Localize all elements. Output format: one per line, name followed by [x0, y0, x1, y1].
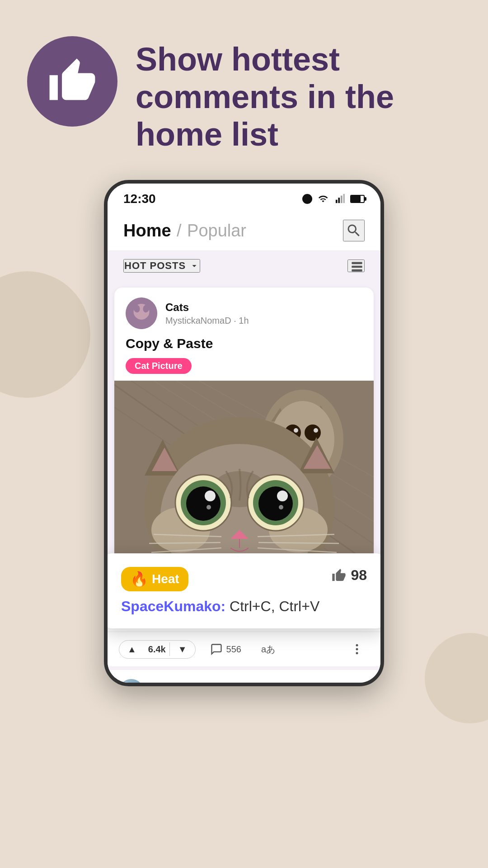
thumbs-up-circle [27, 36, 117, 127]
comment-button[interactable]: 556 [205, 639, 247, 659]
dropdown-chevron-icon [189, 261, 199, 271]
svg-rect-5 [352, 266, 362, 268]
post-meta: Cats MystickaNomaD · 1h [165, 301, 362, 326]
more-options-button[interactable] [345, 639, 369, 660]
nav-popular-label: Popular [187, 221, 246, 240]
thumbs-up-icon [47, 57, 97, 106]
vote-count: 6.4k [145, 644, 169, 655]
popup-comment-content: Ctrl+C, Ctrl+V [230, 598, 319, 614]
search-button[interactable] [343, 220, 365, 241]
svg-point-44 [206, 505, 211, 509]
cat-image-svg [114, 381, 374, 571]
flame-emoji-large: 🔥 [130, 571, 148, 588]
status-bar: 12:30 [108, 184, 380, 211]
search-icon [346, 222, 362, 239]
lang-button[interactable]: aあ [256, 640, 281, 659]
svg-point-58 [356, 652, 358, 655]
community-name: Cats [165, 301, 362, 314]
bottom-username: Genshin_Impact [150, 686, 228, 687]
svg-point-42 [205, 491, 216, 501]
svg-point-56 [356, 644, 358, 646]
upvote-button[interactable]: ▲ [119, 641, 145, 658]
layout-toggle-button[interactable] [347, 259, 365, 272]
svg-point-43 [277, 491, 288, 501]
vote-group: ▲ 6.4k ▼ [119, 640, 196, 659]
svg-rect-6 [352, 269, 362, 272]
popup-username: SpaceKumako: [121, 598, 225, 614]
post-time: · 1h [234, 316, 249, 326]
nav-separator: / [177, 221, 182, 240]
post-action-bar: ▲ 6.4k ▼ 556 aあ [108, 632, 380, 666]
svg-rect-4 [352, 262, 362, 264]
svg-point-23 [305, 425, 321, 441]
layout-icon [348, 260, 366, 273]
svg-point-41 [258, 486, 293, 521]
battery-icon [350, 195, 365, 203]
post-tag: Cat Picture [126, 358, 192, 374]
popup-like-count: 98 [351, 567, 367, 584]
svg-point-45 [279, 505, 283, 509]
phone-mockup: 12:30 [104, 180, 384, 686]
hero-section: Show hottest comments in the home list [0, 0, 488, 171]
phone-container: 12:30 [0, 180, 488, 686]
camera-dot [302, 194, 312, 204]
svg-rect-2 [341, 196, 343, 203]
post-image [114, 381, 374, 571]
nav-title-group: Home / Popular [123, 221, 246, 241]
bottom-user-row: Genshin_Impact [108, 666, 380, 686]
hot-posts-label: HOT POSTS [124, 260, 186, 272]
downvote-button[interactable]: ▼ [170, 641, 195, 658]
post-header: Cats MystickaNomaD · 1h [114, 288, 374, 336]
svg-point-57 [356, 648, 358, 651]
hot-comment-popup: 🔥 Heat 98 SpaceKumako: Ctrl+C, Ctrl+V [104, 553, 384, 628]
post-card: Cats MystickaNomaD · 1h Copy & Paste Cat… [114, 288, 374, 571]
nav-home-label: Home [123, 221, 171, 240]
svg-point-24 [294, 428, 298, 433]
lang-label: aあ [261, 643, 275, 656]
post-info: MystickaNomaD · 1h [165, 316, 362, 326]
heat-label-large: Heat [152, 572, 179, 586]
post-user: MystickaNomaD [165, 316, 231, 326]
comment-icon [210, 643, 223, 656]
post-title: Copy & Paste [114, 336, 374, 358]
svg-rect-3 [343, 194, 345, 203]
feed-filter-bar: HOT POSTS [108, 251, 380, 281]
community-avatar [126, 297, 157, 329]
app-header: Home / Popular [108, 211, 380, 251]
svg-point-40 [186, 486, 221, 521]
svg-rect-1 [338, 198, 340, 203]
svg-rect-0 [336, 200, 338, 203]
popup-comment-text: SpaceKumako: Ctrl+C, Ctrl+V [121, 598, 367, 615]
status-icons [302, 194, 365, 204]
avatar-image [126, 297, 157, 329]
hero-text: Show hottest comments in the home list [136, 41, 461, 153]
svg-point-25 [314, 428, 318, 433]
like-icon-large [332, 568, 346, 583]
signal-icon [334, 194, 347, 204]
wifi-icon [316, 194, 330, 204]
more-icon [350, 642, 364, 656]
heat-badge-large: 🔥 Heat [121, 567, 188, 591]
comment-count: 556 [226, 644, 241, 655]
hot-posts-filter[interactable]: HOT POSTS [123, 259, 200, 273]
bottom-user-avatar [119, 679, 144, 686]
status-time: 12:30 [123, 192, 156, 206]
like-count-large: 98 [332, 567, 367, 584]
